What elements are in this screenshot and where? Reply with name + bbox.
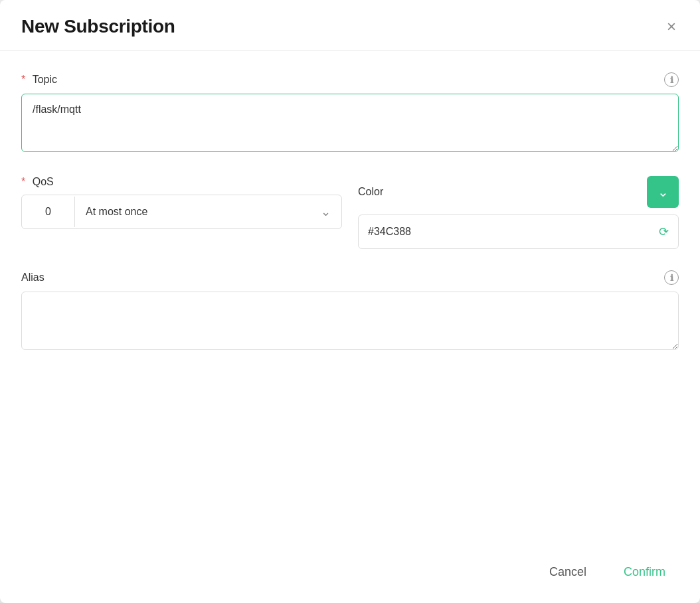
alias-label-row: Alias ℹ bbox=[21, 270, 679, 285]
dialog-body: * Topic ℹ /flask/mqtt * QoS 0 bbox=[0, 51, 700, 541]
color-refresh-icon[interactable]: ⟳ bbox=[659, 224, 669, 239]
alias-label: Alias bbox=[21, 272, 44, 284]
topic-field-group: * Topic ℹ /flask/mqtt bbox=[21, 72, 679, 155]
qos-number: 0 bbox=[22, 197, 75, 227]
topic-label: Topic bbox=[33, 74, 57, 85]
color-hex-value: #34C388 bbox=[368, 226, 659, 238]
topic-input[interactable]: /flask/mqtt bbox=[21, 94, 679, 152]
qos-label: QoS bbox=[33, 176, 54, 187]
alias-field-group: Alias ℹ bbox=[21, 270, 679, 353]
alias-input[interactable] bbox=[21, 292, 679, 350]
qos-color-row: * QoS 0 At most once ⌄ Color ⌄ bbox=[21, 176, 679, 249]
topic-label-wrapper: * Topic bbox=[21, 74, 57, 86]
new-subscription-dialog: New Subscription × * Topic ℹ /flask/mqtt… bbox=[0, 0, 700, 603]
close-button[interactable]: × bbox=[664, 16, 679, 37]
qos-select[interactable]: 0 At most once ⌄ bbox=[21, 195, 342, 229]
color-label: Color bbox=[358, 186, 383, 198]
qos-dropdown-trigger[interactable]: At most once ⌄ bbox=[75, 195, 341, 228]
qos-chevron-icon: ⌄ bbox=[321, 205, 331, 219]
color-input-wrapper: #34C388 ⟳ bbox=[358, 215, 679, 249]
qos-option-label: At most once bbox=[86, 206, 147, 218]
color-label-row: Color ⌄ bbox=[358, 176, 679, 208]
dialog-title: New Subscription bbox=[21, 16, 175, 37]
color-swatch-button[interactable]: ⌄ bbox=[647, 176, 679, 208]
qos-label-row: * QoS bbox=[21, 176, 342, 188]
qos-section: * QoS 0 At most once ⌄ bbox=[21, 176, 342, 229]
topic-label-row: * Topic ℹ bbox=[21, 72, 679, 87]
alias-info-icon[interactable]: ℹ bbox=[664, 270, 679, 285]
confirm-button[interactable]: Confirm bbox=[610, 557, 679, 587]
color-section: Color ⌄ #34C388 ⟳ bbox=[358, 176, 679, 249]
qos-label-wrapper: * QoS bbox=[21, 176, 54, 188]
dialog-header: New Subscription × bbox=[0, 0, 700, 51]
qos-required-star: * bbox=[21, 176, 25, 187]
cancel-button[interactable]: Cancel bbox=[536, 557, 600, 587]
topic-required-star: * bbox=[21, 74, 25, 85]
dialog-footer: Cancel Confirm bbox=[0, 541, 700, 603]
color-swatch-chevron-icon: ⌄ bbox=[657, 184, 669, 200]
topic-info-icon[interactable]: ℹ bbox=[664, 72, 679, 87]
